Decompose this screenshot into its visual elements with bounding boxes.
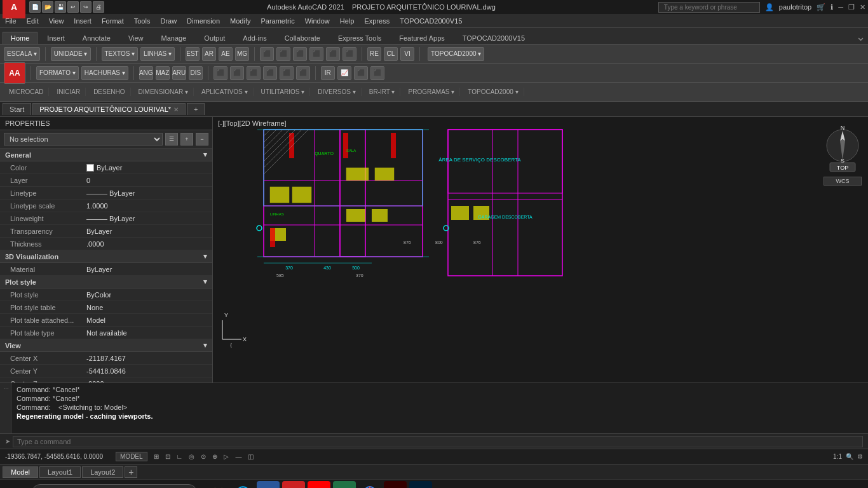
polar-btn[interactable]: ◎: [189, 453, 194, 460]
ribbon-hachuras[interactable]: HACHURAS ▾: [81, 66, 128, 80]
tab-express-tools[interactable]: Express Tools: [330, 32, 390, 44]
prop-lineweight[interactable]: Lineweight ——— ByLayer: [0, 212, 212, 225]
btn-ar[interactable]: AR: [202, 47, 216, 61]
prop-linetype-scale[interactable]: Linetype scale 1.0000: [0, 200, 212, 212]
menu-help[interactable]: Help: [335, 14, 360, 27]
search-input[interactable]: [658, 2, 760, 13]
menu-insert[interactable]: Insert: [69, 14, 97, 27]
app-excel[interactable]: X: [333, 481, 356, 489]
prop-center-z[interactable]: Center Z .0000: [0, 377, 212, 383]
btn-rx3[interactable]: ⬛: [247, 66, 261, 80]
ribbon-topocad2000[interactable]: TOPOCAD2000 ▾: [428, 47, 484, 61]
grid-btn[interactable]: ⊞: [154, 453, 159, 460]
section-brirt[interactable]: BR-IRT ▾: [364, 88, 401, 96]
qat-redo[interactable]: ↪: [80, 1, 92, 13]
prop-layer[interactable]: Layer 0: [0, 174, 212, 187]
tab-addins[interactable]: Add-ins: [234, 32, 275, 44]
prop-plot-style-table[interactable]: Plot style table None: [0, 301, 212, 314]
dyn-btn[interactable]: ▷: [224, 453, 229, 460]
app-chrome[interactable]: [358, 481, 381, 489]
selection-btn2[interactable]: +: [180, 133, 193, 146]
btn-lx3[interactable]: ⬛: [293, 47, 307, 61]
btn-maz[interactable]: MAZ: [156, 66, 170, 80]
taskbar-search[interactable]: 🔍 Digite aqui para pesquisar: [32, 484, 197, 489]
command-input[interactable]: [13, 436, 863, 447]
doc-tab-start[interactable]: Start: [3, 103, 31, 115]
section-programas[interactable]: PROGRAMAS ▾: [403, 88, 460, 96]
app-edge[interactable]: 🌐: [231, 481, 254, 489]
tab-manage[interactable]: Manage: [153, 32, 195, 44]
tab-annotate[interactable]: Annotate: [74, 32, 119, 44]
btn-vl1[interactable]: VI: [400, 47, 414, 61]
doc-tab-active[interactable]: PROJETO ARQUITETÔNICO LOURIVAL* ✕: [32, 103, 186, 115]
selection-btn1[interactable]: ☰: [165, 133, 178, 146]
btn-lx2[interactable]: ⬛: [276, 47, 290, 61]
otrack-btn[interactable]: ⊕: [212, 453, 217, 460]
layout-tab-2[interactable]: Layout2: [82, 466, 123, 478]
windows-start-btn[interactable]: ⊞: [5, 481, 28, 489]
app-autocad[interactable]: A: [282, 481, 305, 489]
transp-btn[interactable]: ◫: [248, 453, 254, 460]
layout-tab-1[interactable]: Layout1: [39, 466, 81, 478]
btn-aru[interactable]: ARU: [172, 66, 186, 80]
btn-rx4[interactable]: ⬛: [263, 66, 277, 80]
section-aplicativos[interactable]: APLICATIVOS ▾: [196, 88, 254, 96]
prop-linetype[interactable]: Linetype ——— ByLayer: [0, 187, 212, 200]
menu-file[interactable]: File: [0, 14, 22, 27]
menu-tools[interactable]: Tools: [129, 14, 156, 27]
close-button[interactable]: ✕: [860, 3, 865, 11]
section-dimensionar[interactable]: DIMENSIONAR ▾: [133, 88, 194, 96]
section-3d-viz[interactable]: 3D Visualization ▾: [0, 250, 212, 263]
btn-lx6[interactable]: ⬛: [342, 47, 356, 61]
tab-output[interactable]: Output: [196, 32, 233, 44]
tab-home[interactable]: Home: [3, 32, 37, 44]
ribbon-formato[interactable]: FORMATO ▾: [36, 66, 79, 80]
section-iniciar[interactable]: INICIAR: [51, 88, 86, 96]
prop-plot-table-type[interactable]: Plot table type Not available: [0, 327, 212, 339]
section-topocad2000-label[interactable]: TOPOCAD2000 ▾: [463, 88, 524, 96]
selection-dropdown[interactable]: No selection: [4, 133, 163, 146]
layout-tab-model[interactable]: Model: [3, 466, 38, 478]
app-word[interactable]: W: [257, 481, 280, 489]
btn-lx5[interactable]: ⬛: [326, 47, 340, 61]
zoom-icon[interactable]: 🔍: [846, 453, 853, 460]
menu-window[interactable]: Window: [300, 14, 335, 27]
btn-rx6[interactable]: ⬛: [296, 66, 310, 80]
menu-format[interactable]: Format: [97, 14, 129, 27]
prop-material[interactable]: Material ByLayer: [0, 263, 212, 276]
model-label[interactable]: MODEL: [116, 452, 147, 461]
prop-color[interactable]: Color ByLayer: [0, 161, 212, 174]
menu-express[interactable]: Express: [359, 14, 395, 27]
menu-view[interactable]: View: [44, 14, 69, 27]
ribbon-unidade[interactable]: UNIDADE ▾: [51, 47, 91, 61]
restore-button[interactable]: ❐: [848, 3, 855, 11]
ribbon-textos[interactable]: TEXTOS ▾: [102, 47, 139, 61]
app-illustrator[interactable]: Ai: [384, 481, 407, 489]
btn-rx5[interactable]: ⬛: [280, 66, 294, 80]
prop-plot-style[interactable]: Plot style ByColor: [0, 288, 212, 301]
osnap-btn[interactable]: ⊙: [201, 453, 206, 460]
ribbon-linhas[interactable]: LINHAS ▾: [140, 47, 175, 61]
snap-btn[interactable]: ⊡: [165, 453, 170, 460]
section-utilitarios[interactable]: UTILITARIOS ▾: [256, 88, 311, 96]
qat-undo[interactable]: ↩: [67, 1, 79, 13]
btn-mg[interactable]: MG: [235, 47, 249, 61]
btn-ang[interactable]: ANG: [139, 66, 153, 80]
btn-ir[interactable]: IR: [321, 66, 335, 80]
tab-topocad2000v15[interactable]: TOPOCAD2000V15: [454, 32, 533, 44]
section-general[interactable]: General ▾: [0, 149, 212, 161]
btn-logo-red[interactable]: AA: [4, 62, 25, 84]
lw-btn[interactable]: —: [235, 453, 241, 460]
ribbon-escala[interactable]: ESCALA ▾: [4, 47, 40, 61]
tab-insert[interactable]: Insert: [39, 32, 73, 44]
btn-re1[interactable]: RE: [367, 47, 381, 61]
btn-cl1[interactable]: CL: [384, 47, 398, 61]
qat-plot[interactable]: 🖨: [93, 1, 104, 13]
btn-graph[interactable]: 📈: [337, 66, 351, 80]
tab-collaborate[interactable]: Collaborate: [276, 32, 329, 44]
qat-save[interactable]: 💾: [55, 1, 66, 13]
menu-draw[interactable]: Draw: [155, 14, 182, 27]
settings-icon[interactable]: ⚙: [857, 453, 863, 460]
minimize-button[interactable]: ─: [838, 3, 843, 11]
btn-lx4[interactable]: ⬛: [309, 47, 323, 61]
